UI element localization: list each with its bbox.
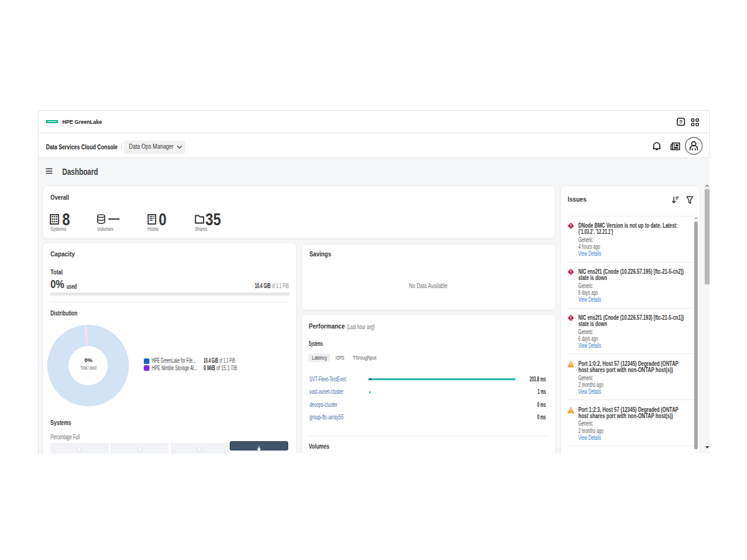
svg-text:?: ? — [679, 119, 682, 125]
